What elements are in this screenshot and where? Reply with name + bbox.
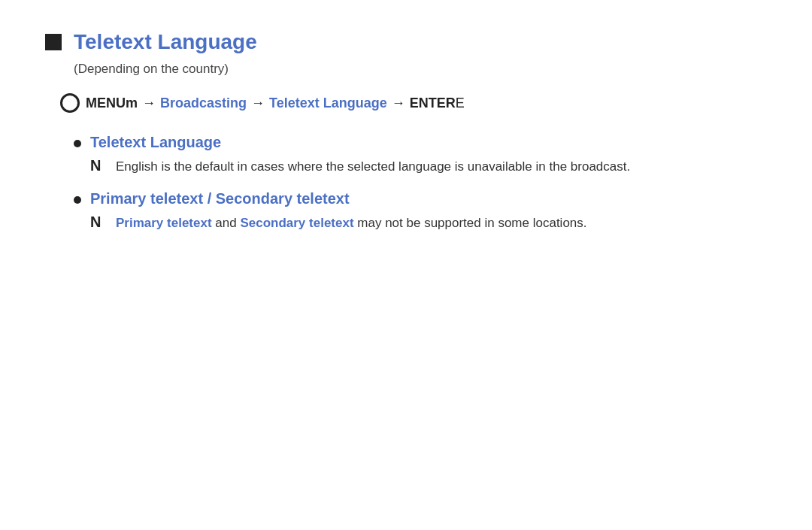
bullet-section-2: Primary teletext / Secondary teletext N … [74,190,767,233]
bullet-dot-1 [74,140,81,147]
bullet-label-1: Teletext Language [90,134,221,151]
arrow-1: → [142,95,156,111]
note-text-1: English is the default in cases where th… [116,157,630,177]
note-row-1: N English is the default in cases where … [90,157,767,177]
broadcasting-link: Broadcasting [160,95,247,111]
menu-path-row: MENUm → Broadcasting → Teletext Language… [60,93,767,113]
circle-o-icon [60,93,80,113]
main-title: Teletext Language [74,30,257,54]
note-row-2: N Primary teletext and Secondary teletex… [90,214,767,233]
note-letter-2: N [90,214,105,231]
title-row: Teletext Language [45,30,767,54]
bullet-item-1: Teletext Language [74,134,767,151]
subtitle: (Depending on the country) [74,62,767,77]
bullet-dot-2 [74,196,81,204]
bullet-section-1: Teletext Language N English is the defau… [74,134,767,177]
enter-label: ENTERE [410,95,465,111]
menu-path: MENUm → Broadcasting → Teletext Language… [86,95,465,111]
page-container: Teletext Language (Depending on the coun… [0,0,812,277]
black-square-icon [45,34,62,50]
teletext-language-link: Teletext Language [269,95,387,111]
note-text-2: Primary teletext and Secondary teletext … [116,214,587,233]
primary-teletext-inline-link: Primary teletext [116,216,212,230]
bullet-item-2: Primary teletext / Secondary teletext [74,190,767,207]
menu-label: MENUm [86,95,138,111]
secondary-teletext-inline-link: Secondary teletext [240,216,353,230]
arrow-2: → [251,95,265,111]
note-letter-1: N [90,157,105,174]
bullet-label-2: Primary teletext / Secondary teletext [90,190,350,207]
arrow-3: → [392,95,405,111]
